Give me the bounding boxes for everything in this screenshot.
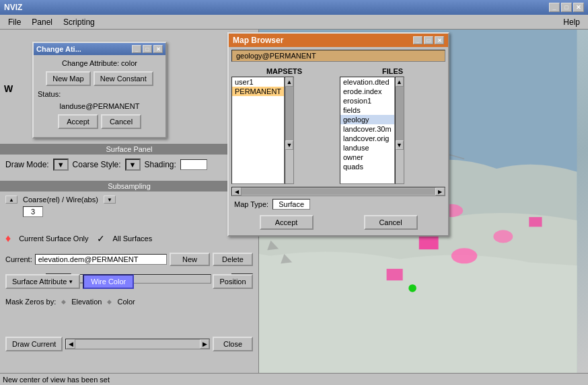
- mask-zeros-row: Mask Zeros by: ◆ Elevation ◆ Color: [0, 296, 258, 307]
- status-text: New center of view has been set: [3, 376, 110, 384]
- attr-cancel-button[interactable]: Cancel: [101, 114, 141, 129]
- map-browser-title-text: Map Browser: [233, 36, 283, 45]
- menu-file[interactable]: File: [3, 16, 26, 28]
- scroll-right-btn[interactable]: ▶: [200, 339, 209, 349]
- current-surface-label: Current Surface Only: [19, 234, 88, 243]
- dialog-button-row: New Map New Constant: [38, 71, 161, 86]
- subsampling-header: Subsampling: [0, 181, 258, 191]
- coarse-style-arrow: ▼: [129, 161, 137, 169]
- menu-help[interactable]: Help: [558, 16, 585, 28]
- file-landuse[interactable]: landuse: [340, 143, 394, 153]
- map-browser-path: geology@PERMANENT: [231, 50, 445, 62]
- dialog-minimize-btn[interactable]: _: [132, 45, 141, 53]
- surface-panel: Surface Panel Draw Mode: ▼ Coarse Style:…: [0, 144, 258, 175]
- accept-cancel-row: Accept Cancel: [38, 114, 161, 129]
- hscroll-right-btn[interactable]: ▶: [435, 187, 445, 196]
- main-window: NVIZ _ □ ✕ File Panel Scripting Help: [0, 0, 588, 385]
- browser-hscroll[interactable]: ◀ ▶: [231, 187, 445, 196]
- status-row: Status:: [38, 90, 161, 98]
- map-browser-accept-button[interactable]: Accept: [260, 215, 314, 230]
- close-button[interactable]: Close: [213, 337, 253, 351]
- surface-attr-text: Surface Attribute: [12, 277, 67, 286]
- file-landcover-orig[interactable]: landcover.orig: [340, 134, 394, 143]
- status-label: Status:: [38, 90, 61, 98]
- files-scrollbar[interactable]: ▲ ▼: [395, 77, 404, 184]
- mask-zeros-label: Mask Zeros by:: [5, 298, 56, 306]
- file-quads[interactable]: quads: [340, 162, 394, 171]
- new-current-button[interactable]: New: [170, 253, 210, 266]
- surface-radio-row: ♦ Current Surface Only ✓ All Surfaces: [0, 231, 258, 246]
- menu-panel[interactable]: Panel: [26, 16, 58, 28]
- map-browser-close[interactable]: ✕: [435, 36, 444, 44]
- delete-button[interactable]: Delete: [213, 253, 253, 266]
- svg-rect-4: [387, 269, 403, 280]
- svg-point-8: [408, 284, 416, 292]
- coarse-style-label: Coarse Style:: [73, 160, 121, 169]
- title-bar: NVIZ _ □ ✕: [0, 0, 588, 15]
- maximize-button[interactable]: □: [561, 3, 572, 12]
- surface-attribute-button[interactable]: Surface Attribute ▼: [5, 274, 80, 289]
- color-label: Color: [117, 298, 135, 306]
- wire-color-button[interactable]: Wire Color: [83, 274, 134, 289]
- status-bar: New center of view has been set: [0, 373, 588, 385]
- svg-point-5: [493, 230, 513, 243]
- position-button[interactable]: Position: [213, 274, 253, 289]
- close-main-button[interactable]: ✕: [573, 3, 584, 12]
- surface-panel-header: Surface Panel: [0, 144, 258, 155]
- browser-actions: Accept Cancel: [229, 212, 448, 235]
- file-fields[interactable]: fields: [340, 105, 394, 115]
- draw-mode-row: Draw Mode: ▼ Coarse Style: ▼ Shading:: [0, 157, 258, 172]
- file-erosion1[interactable]: erosion1: [340, 96, 394, 105]
- change-attr-title: Change Ati...: [36, 45, 81, 53]
- mapsets-list-wrapper: user1 PERMANENT ▲ ▼: [231, 77, 337, 184]
- coarse-style-select[interactable]: ▼: [125, 159, 141, 171]
- current-label: Current:: [5, 255, 32, 263]
- subsampling-values-row: 3 2: [0, 205, 258, 218]
- attr-accept-button[interactable]: Accept: [58, 114, 98, 129]
- mapsets-list[interactable]: user1 PERMANENT: [231, 77, 285, 184]
- progress-bar-area: ◀ ▶: [65, 339, 210, 349]
- elevation-label: Elevation: [71, 298, 102, 306]
- menu-bar: File Panel Scripting Help: [0, 15, 588, 30]
- draw-current-button[interactable]: Draw Current: [5, 337, 63, 351]
- file-owner[interactable]: owner: [340, 153, 394, 162]
- menu-scripting[interactable]: Scripting: [58, 16, 100, 28]
- attribute-row: Surface Attribute ▼ Wire Color Position: [0, 273, 258, 290]
- dialog-close-btn[interactable]: ✕: [153, 45, 163, 53]
- shading-label: Shading:: [145, 160, 176, 169]
- hscroll-track[interactable]: [242, 188, 435, 195]
- dialog-content: Change Attribute: color New Map New Cons…: [34, 55, 166, 137]
- bottom-actions-row: Draw Current ◀ ▶ Close: [0, 335, 258, 353]
- file-geology[interactable]: geology: [340, 115, 394, 124]
- file-erode-index[interactable]: erode.index: [340, 87, 394, 96]
- coarse-value[interactable]: 3: [23, 206, 43, 217]
- coarse-increment[interactable]: ▲: [5, 196, 17, 204]
- dialog-subtitle: Change Attribute: color: [38, 59, 161, 67]
- scroll-track[interactable]: [75, 339, 200, 349]
- all-surfaces-label: All Surfaces: [113, 234, 153, 243]
- mapset-permanent[interactable]: PERMANENT: [232, 87, 284, 96]
- file-elevation-dted[interactable]: elevation.dted: [340, 77, 394, 87]
- coarse-spin-down-btn[interactable]: ▼: [104, 196, 116, 204]
- map-browser-minimize[interactable]: _: [413, 36, 422, 44]
- map-browser-cancel-button[interactable]: Cancel: [364, 215, 418, 230]
- file-landcover-30m[interactable]: landcover.30m: [340, 124, 394, 134]
- scroll-left-btn[interactable]: ◀: [66, 339, 75, 349]
- draw-mode-select[interactable]: ▼: [53, 159, 69, 171]
- w-label: W: [4, 83, 13, 94]
- hscroll-left-btn[interactable]: ◀: [232, 187, 242, 196]
- coarse-spin-up[interactable]: ▲: [5, 196, 17, 204]
- files-list[interactable]: elevation.dted erode.index erosion1 fiel…: [340, 77, 395, 184]
- new-map-button[interactable]: New Map: [46, 71, 90, 86]
- map-browser-maximize[interactable]: □: [424, 36, 433, 44]
- browser-columns: MAPSETS user1 PERMANENT ▲ ▼ FILES: [229, 65, 448, 187]
- minimize-button[interactable]: _: [549, 3, 560, 12]
- mapsets-scrollbar[interactable]: ▲ ▼: [285, 77, 294, 184]
- files-column: FILES elevation.dted erode.index erosion…: [340, 67, 445, 184]
- draw-mode-arrow: ▼: [57, 161, 65, 169]
- mapset-user1[interactable]: user1: [232, 77, 284, 87]
- dialog-maximize-btn[interactable]: □: [143, 45, 152, 53]
- map-type-value: Surface: [272, 199, 310, 210]
- coarse-decrement[interactable]: ▼: [104, 196, 116, 204]
- new-constant-button[interactable]: New Constant: [94, 71, 153, 86]
